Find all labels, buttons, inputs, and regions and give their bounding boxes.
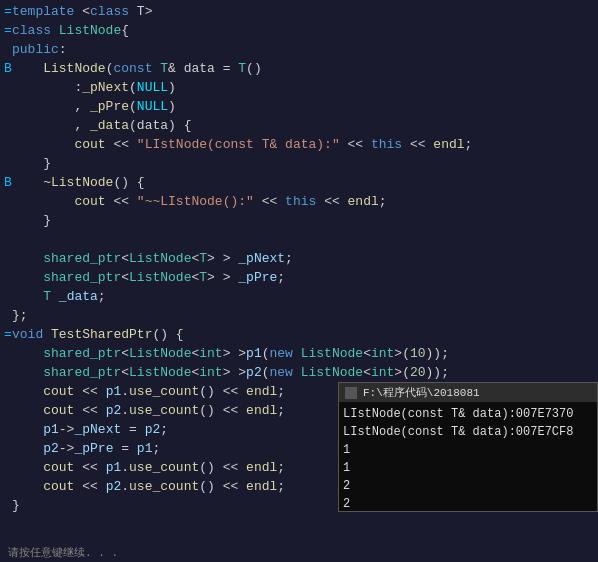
code-line: =template <class T> bbox=[0, 2, 598, 21]
code-line: =class ListNode{ bbox=[0, 21, 598, 40]
line-marker: B bbox=[4, 173, 12, 192]
terminal-line: 1 bbox=[343, 459, 593, 477]
line-text: shared_ptr<ListNode<T> > _pPre; bbox=[12, 268, 598, 287]
code-editor: =template <class T>=class ListNode{ publ… bbox=[0, 0, 598, 562]
line-text: cout << "LIstNode(const T& data):" << th… bbox=[12, 135, 598, 154]
line-text: void TestSharedPtr() { bbox=[12, 325, 598, 344]
line-text: public: bbox=[12, 40, 598, 59]
code-line bbox=[0, 230, 598, 249]
line-text: } bbox=[12, 211, 598, 230]
code-line: } bbox=[0, 211, 598, 230]
code-line: shared_ptr<ListNode<int> >p2(new ListNod… bbox=[0, 363, 598, 382]
line-text: shared_ptr<ListNode<T> > _pNext; bbox=[12, 249, 598, 268]
code-line: :_pNext(NULL) bbox=[0, 78, 598, 97]
line-text: class ListNode{ bbox=[12, 21, 598, 40]
line-text: :_pNext(NULL) bbox=[12, 78, 598, 97]
terminal-line: LIstNode(const T& data):007E7CF8 bbox=[343, 423, 593, 441]
line-marker: B bbox=[4, 59, 12, 78]
line-text bbox=[12, 230, 598, 249]
terminal-window: F:\程序代码\2018081 LIstNode(const T& data):… bbox=[338, 382, 598, 512]
line-text: ListNode(const T& data = T() bbox=[12, 59, 598, 78]
code-line: B ~ListNode() { bbox=[0, 173, 598, 192]
terminal-icon bbox=[345, 387, 357, 399]
terminal-title-bar: F:\程序代码\2018081 bbox=[339, 383, 597, 402]
code-line: }; bbox=[0, 306, 598, 325]
code-line: cout << "LIstNode(const T& data):" << th… bbox=[0, 135, 598, 154]
code-line: =void TestSharedPtr() { bbox=[0, 325, 598, 344]
bottom-bar: 请按任意键继续. . . bbox=[0, 542, 598, 562]
code-line: , _data(data) { bbox=[0, 116, 598, 135]
line-marker: = bbox=[4, 2, 12, 21]
line-text: , _data(data) { bbox=[12, 116, 598, 135]
terminal-output: LIstNode(const T& data):007E7370LIstNode… bbox=[339, 402, 597, 516]
code-line: shared_ptr<ListNode<int> >p1(new ListNod… bbox=[0, 344, 598, 363]
line-text: , _pPre(NULL) bbox=[12, 97, 598, 116]
line-text: }; bbox=[12, 306, 598, 325]
code-line: public: bbox=[0, 40, 598, 59]
terminal-line: 1 bbox=[343, 441, 593, 459]
line-text: ~ListNode() { bbox=[12, 173, 598, 192]
terminal-path-label: F:\程序代码\2018081 bbox=[363, 385, 480, 400]
line-marker: = bbox=[4, 325, 12, 344]
terminal-line: 2 bbox=[343, 477, 593, 495]
code-line: cout << "~~LIstNode():" << this << endl; bbox=[0, 192, 598, 211]
line-text: shared_ptr<ListNode<int> >p1(new ListNod… bbox=[12, 344, 598, 363]
bottom-prompt: 请按任意键继续. . . bbox=[8, 545, 118, 560]
terminal-line: LIstNode(const T& data):007E7370 bbox=[343, 405, 593, 423]
line-text: T _data; bbox=[12, 287, 598, 306]
terminal-line: 2 bbox=[343, 495, 593, 513]
line-text: shared_ptr<ListNode<int> >p2(new ListNod… bbox=[12, 363, 598, 382]
code-line: T _data; bbox=[0, 287, 598, 306]
code-line: B ListNode(const T& data = T() bbox=[0, 59, 598, 78]
code-line: shared_ptr<ListNode<T> > _pPre; bbox=[0, 268, 598, 287]
code-line: shared_ptr<ListNode<T> > _pNext; bbox=[0, 249, 598, 268]
code-line: } bbox=[0, 154, 598, 173]
line-marker: = bbox=[4, 21, 12, 40]
line-text: cout << "~~LIstNode():" << this << endl; bbox=[12, 192, 598, 211]
line-text: } bbox=[12, 154, 598, 173]
line-text: template <class T> bbox=[12, 2, 598, 21]
code-line: , _pPre(NULL) bbox=[0, 97, 598, 116]
